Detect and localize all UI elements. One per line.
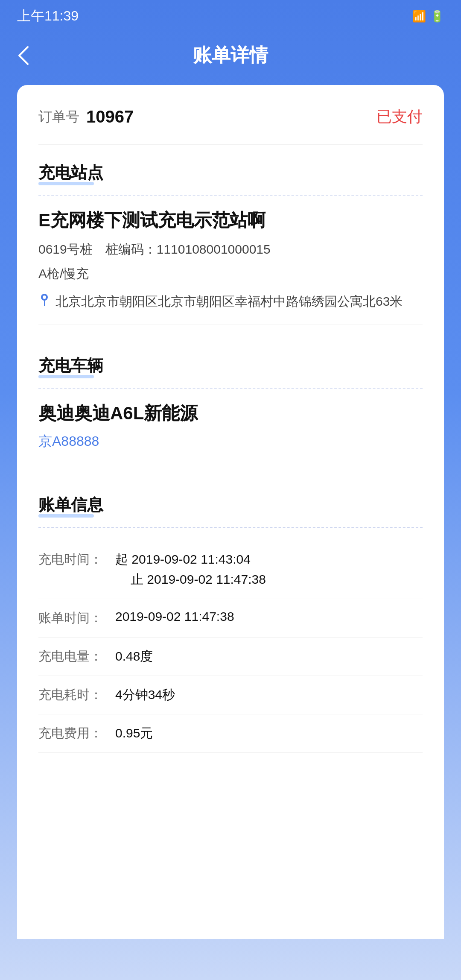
section-title-bill: 账单信息 [38,477,423,520]
charging-cost-row: 充电费用： 0.95元 [38,714,423,753]
location-icon [38,292,50,309]
order-header: 订单号 10967 已支付 [38,106,423,145]
section-title-station: 充电站点 [38,145,423,188]
charging-station-section: 充电站点 E充网楼下测试充电示范站啊 0619号桩 桩编码：1110108001… [38,145,423,312]
charging-duration-label: 充电耗时： [38,686,115,704]
gun-info: A枪/慢充 [38,265,423,283]
status-icons: 📶 🔋 [412,10,444,23]
bill-time-row: 账单时间： 2019-09-02 11:47:38 [38,599,423,638]
main-card: 订单号 10967 已支付 充电站点 E充网楼下测试充电示范站啊 0619号桩 … [17,85,444,939]
pile-code: 桩编码：1110108001000015 [105,241,271,258]
charging-time-label: 充电时间： [38,551,115,568]
pile-info: 0619号桩 桩编码：1110108001000015 [38,241,423,258]
pile-number: 0619号桩 [38,241,93,258]
charging-time-start: 起 2019-09-02 11:43:04 [115,551,266,568]
vehicle-plate: 京A88888 [38,432,423,451]
header: 账单详情 [0,30,461,85]
status-time: 上午11:39 [17,7,79,26]
signal-icon: 📶 [412,10,426,23]
charging-kwh-row: 充电电量： 0.48度 [38,638,423,676]
charging-time-row: 充电时间： 起 2019-09-02 11:43:04 止 2019-09-02… [38,541,423,599]
charging-time-end: 止 2019-09-02 11:47:38 [115,571,266,588]
charging-vehicle-section: 充电车辆 奥迪奥迪A6L新能源 京A88888 [38,338,423,451]
vehicle-name: 奥迪奥迪A6L新能源 [38,401,423,425]
battery-icon: 🔋 [430,10,444,23]
page-title: 账单详情 [193,43,268,68]
order-number-row: 订单号 10967 [38,107,134,126]
bill-time-value: 2019-09-02 11:47:38 [115,609,423,624]
solid-divider-2 [38,464,423,464]
station-name: E充网楼下测试充电示范站啊 [38,208,423,232]
solid-divider-1 [38,325,423,325]
location-row: 北京北京市朝阳区北京市朝阳区幸福村中路锦绣园公寓北63米 [38,291,423,312]
charging-kwh-value: 0.48度 [115,648,423,665]
section-title-vehicle: 充电车辆 [38,338,423,381]
bill-info-section: 账单信息 充电时间： 起 2019-09-02 11:43:04 止 2019-… [38,477,423,753]
bill-time-label: 账单时间： [38,609,115,627]
charging-cost-label: 充电费用： [38,725,115,742]
charging-kwh-label: 充电电量： [38,648,115,665]
location-text: 北京北京市朝阳区北京市朝阳区幸福村中路锦绣园公寓北63米 [55,291,403,312]
svg-point-1 [43,295,46,299]
dashed-divider-bill [38,527,423,528]
status-bar: 上午11:39 📶 🔋 [0,0,461,30]
charging-duration-row: 充电耗时： 4分钟34秒 [38,676,423,714]
dashed-divider-station [38,195,423,196]
charging-duration-value: 4分钟34秒 [115,686,423,704]
charging-time-block: 起 2019-09-02 11:43:04 止 2019-09-02 11:47… [115,551,266,588]
dashed-divider-vehicle [38,388,423,389]
order-label: 订单号 [38,108,79,126]
charging-cost-value: 0.95元 [115,725,423,742]
back-button[interactable] [17,45,30,66]
order-number: 10967 [86,107,134,126]
order-status: 已支付 [376,106,423,127]
